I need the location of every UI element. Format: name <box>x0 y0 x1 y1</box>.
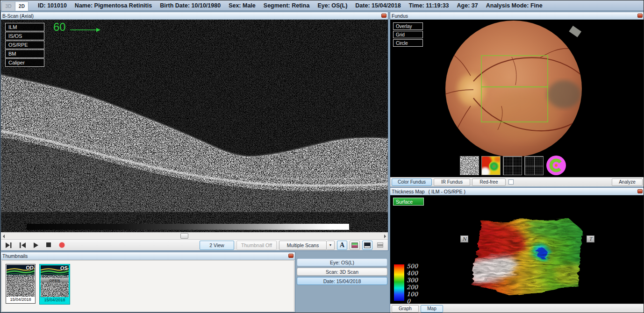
nasal-label: N <box>460 235 468 242</box>
grid-button[interactable]: Grid <box>393 31 423 38</box>
scale-100: 100 <box>407 291 418 298</box>
layer-button-ilm[interactable]: ILM <box>5 23 44 31</box>
patient-age: Age: 37 <box>457 2 478 9</box>
thickness-3d-surface <box>390 195 644 304</box>
stop-icon[interactable] <box>46 242 51 248</box>
bscan-title-bar: B-Scan (Axial) <box>1 12 388 20</box>
thumbnails-minimize-icon[interactable] <box>288 254 293 258</box>
fundus-panel: Fundus <box>390 12 644 186</box>
skip-to-end-icon[interactable] <box>6 242 12 248</box>
play-icon[interactable] <box>34 242 39 248</box>
thumbnails-list: OD 15/04/2018 <box>1 260 294 312</box>
bscan-view-options: 2 View Thumbnail Off Multiple Scans ▼ A <box>200 241 385 250</box>
bscan-title: B-Scan (Axial) <box>2 13 34 19</box>
thickness-title: Thickness Map <box>392 189 425 194</box>
thickness-map-panel: Thickness Map ( ILM - OS/RPE ) <box>390 187 644 313</box>
scan-number: 60 <box>53 21 66 34</box>
thumbnail-od-eye-label: OD <box>26 265 34 270</box>
fine-grid-map-thumbnail[interactable] <box>524 156 544 175</box>
bscan-minimize-icon[interactable] <box>381 14 386 18</box>
analysis-mode: Analysis Mode: Fine <box>486 2 543 9</box>
scan-mode-value[interactable]: Multiple Scans <box>279 241 327 250</box>
scale-500: 500 <box>407 263 418 270</box>
color-palette-button[interactable] <box>350 241 360 250</box>
thumbnails-title: Thumbnails <box>2 253 28 259</box>
thumbnail-os-selected[interactable]: OS OPEN 15/04/2018 <box>39 264 70 305</box>
thickness-map-thumbnail[interactable] <box>481 156 501 175</box>
thickness-toolbar: Graph Map <box>390 304 644 313</box>
brightness-icon <box>377 242 383 248</box>
thumbnail-od-date: 15/04/2018 <box>7 297 35 303</box>
thumbnail-os-eye-label: OS <box>60 265 68 271</box>
layer-button-isos[interactable]: IS/OS <box>5 32 44 40</box>
scan-selector: Eye: OS(L) Scan: 3D Scan Date: 15/04/201… <box>297 258 387 285</box>
red-free-button[interactable]: Red-free <box>472 178 506 186</box>
patient-info: ID: 101010 Name: Pigmentosa Retinitis Bi… <box>38 0 643 11</box>
brightness-button[interactable] <box>375 241 385 250</box>
top-patient-bar: 3D 2D ID: 101010 Name: Pigmentosa Retini… <box>0 0 644 11</box>
layer-button-osrpe[interactable]: OS/RPE <box>5 41 44 49</box>
scale-200: 200 <box>407 284 418 291</box>
fundus-toolbar: Color Fundus IR Fundus Red-free Analyze <box>390 177 644 186</box>
scrollbar-thumb[interactable] <box>180 233 188 239</box>
palette-icon <box>351 242 358 248</box>
contrast-button[interactable] <box>362 241 372 250</box>
fundus-minimize-icon[interactable] <box>637 14 643 18</box>
patient-time: Time: 11:19:33 <box>409 2 449 9</box>
layer-buttons: ILM IS/OS OS/RPE BM Caliper <box>5 23 44 67</box>
thumbnail-od[interactable]: OD 15/04/2018 <box>6 264 36 304</box>
surface-button[interactable]: Surface <box>393 198 424 206</box>
layer-button-bm[interactable]: BM <box>5 50 44 58</box>
fundus-overlay-buttons: Overlay Grid Circle <box>393 22 423 48</box>
overlay-button[interactable]: Overlay <box>393 22 423 30</box>
application-window: 3D 2D ID: 101010 Name: Pigmentosa Retini… <box>0 0 644 313</box>
scan-type-button[interactable]: Scan: 3D Scan <box>297 268 387 276</box>
patient-sex: Sex: Male <box>229 2 256 9</box>
color-scale-labels: 500 400 300 200 100 0 <box>407 263 418 303</box>
etdrs-ring-thumbnail[interactable] <box>546 155 566 176</box>
layer-button-caliper[interactable]: Caliper <box>5 58 44 67</box>
fundus-photo <box>390 20 644 177</box>
graph-button[interactable]: Graph <box>392 305 419 313</box>
scale-0: 0 <box>407 298 418 304</box>
scroll-right-arrow-icon[interactable] <box>384 235 386 238</box>
eye-selector-button[interactable]: Eye: OS(L) <box>297 258 387 266</box>
thickness-minimize-icon[interactable] <box>637 189 643 193</box>
playback-controls <box>6 242 65 248</box>
fundus-title-bar: Fundus <box>390 12 644 20</box>
view-mode-tabs: 3D 2D <box>1 1 29 11</box>
circle-button[interactable]: Circle <box>393 39 423 47</box>
dropdown-arrow-icon[interactable]: ▼ <box>327 241 335 250</box>
two-view-button[interactable]: 2 View <box>200 241 234 250</box>
map-button[interactable]: Map <box>421 305 443 313</box>
color-fundus-button[interactable]: Color Fundus <box>392 178 432 186</box>
patient-date: Date: 15/04/2018 <box>355 2 401 9</box>
scan-date-button[interactable]: Date: 15/04/2018 <box>297 277 387 285</box>
bscan-image-area: ILM IS/OS OS/RPE BM Caliper 60 <box>1 20 388 232</box>
ir-fundus-button[interactable]: IR Fundus <box>434 178 470 186</box>
tab-2d[interactable]: 2D <box>15 1 29 11</box>
fundus-checkbox[interactable] <box>508 179 514 185</box>
thumbnails-title-bar: Thumbnails <box>1 252 295 260</box>
thumbnail-os-image: OS OPEN <box>41 265 69 297</box>
thumbnail-od-image: OD <box>7 265 35 297</box>
color-scale-bar <box>394 264 404 301</box>
analyze-button[interactable]: Analyze <box>612 178 643 186</box>
scale-400: 400 <box>407 270 418 277</box>
thumbnail-os-date: 15/04/2018 <box>41 297 69 303</box>
ir-map-thumbnail[interactable] <box>460 156 479 175</box>
annotation-button[interactable]: A <box>337 241 347 250</box>
grid-map-thumbnail[interactable] <box>503 156 522 175</box>
scan-mode-dropdown[interactable]: Multiple Scans ▼ <box>279 241 335 250</box>
skip-to-start-icon[interactable] <box>20 242 26 248</box>
tab-3d[interactable]: 3D <box>1 1 15 11</box>
patient-eye: Eye: OS(L) <box>317 2 347 9</box>
fundus-title: Fundus <box>392 13 408 19</box>
scale-300: 300 <box>407 277 418 284</box>
record-icon[interactable] <box>59 242 65 248</box>
bscan-horizontal-scrollbar[interactable] <box>1 232 388 239</box>
patient-name: Name: Pigmentosa Retinitis <box>75 2 152 9</box>
scroll-left-arrow-icon[interactable] <box>3 235 5 238</box>
fundus-map-thumbnails <box>460 155 566 176</box>
thumbnail-off-button[interactable]: Thumbnail Off <box>236 241 277 250</box>
